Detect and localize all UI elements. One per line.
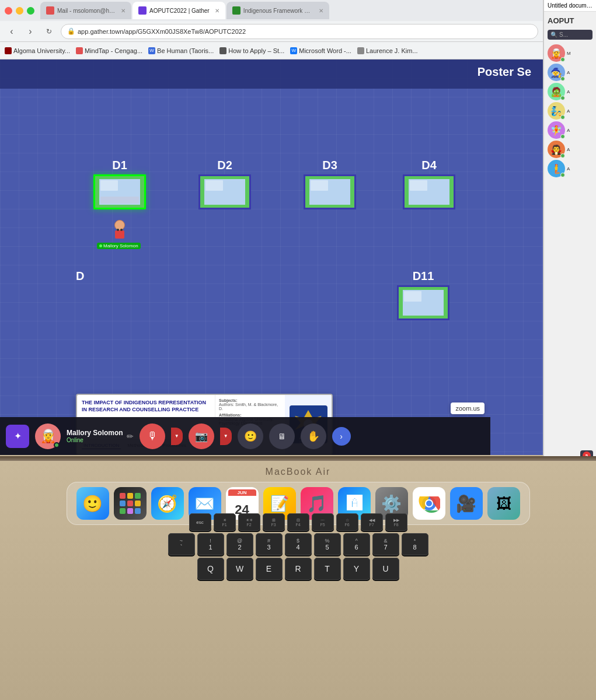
tab-gather[interactable]: AOPUTC2022 | Gather ✕ [133, 2, 225, 19]
key-f5[interactable]: ⋯ F5 [312, 513, 334, 531]
tab-mail-close[interactable]: ✕ [121, 8, 126, 14]
mic-button[interactable]: 🎙 [140, 424, 165, 449]
bookmark-laurence[interactable]: Laurence J. Kim... [357, 47, 418, 54]
mic-dropdown[interactable]: ▼ [171, 428, 183, 445]
key-f1[interactable]: ☀ F1 [214, 513, 236, 531]
key-f8[interactable]: ▶▶ F8 [385, 513, 407, 531]
browser-main: Poster Se D1 Mallory Solom [0, 60, 543, 455]
untitled-doc-tab[interactable]: Untitled document [544, 0, 596, 12]
key-8[interactable]: * 8 [402, 533, 428, 555]
key-r[interactable]: R [285, 558, 312, 580]
address-field[interactable]: 🔒 app.gather.town/app/G5GXXm00JS8XeTw8/A… [61, 24, 538, 39]
key-f6[interactable]: ☆ F6 [336, 513, 358, 531]
booth-d4-label: D4 [421, 159, 437, 172]
hand-button[interactable]: ✋ [301, 424, 326, 449]
tab-gather-close[interactable]: ✕ [215, 8, 219, 14]
online-indicator [560, 173, 565, 177]
booth-d3-label: D3 [322, 159, 337, 172]
bookmark-mindtap[interactable]: MindTap - Cengag... [76, 47, 142, 54]
participant-item[interactable]: 🧜 A [548, 160, 592, 177]
booth-d4-screen [403, 174, 455, 209]
participant-item[interactable]: 🧞 A [548, 102, 592, 120]
key-1[interactable]: ! 1 [197, 533, 224, 555]
booth-d2[interactable]: D2 [198, 159, 251, 209]
key-w[interactable]: W [226, 558, 253, 580]
poster-authors: Subjects: Authors: Smith, M. & Blackmore… [219, 398, 281, 411]
back-button[interactable]: ‹ [5, 24, 19, 38]
key-y[interactable]: Y [343, 558, 370, 580]
bookmark-algoma[interactable]: Algoma University... [5, 47, 70, 54]
emoji-button[interactable]: 🙂 [238, 424, 263, 449]
key-t[interactable]: T [314, 558, 341, 580]
tab-bar: Mail - msolomon@hollandt ✕ AOPUTC2022 | … [0, 0, 543, 21]
key-f7[interactable]: ◀◀ F7 [361, 513, 383, 531]
key-f4[interactable]: ⊟ F4 [287, 513, 309, 531]
key-5[interactable]: % 5 [314, 533, 341, 555]
booth-d2-screen [198, 174, 251, 209]
hand-icon: ✋ [307, 430, 320, 443]
key-3[interactable]: # 3 [256, 533, 283, 555]
participant-list: 🧝 M 🧙 A 🧟 A [548, 44, 592, 177]
booth-d11[interactable]: D11 [397, 270, 449, 320]
key-tilde[interactable]: ~ ` [168, 533, 195, 555]
booth-d1[interactable]: D1 Mallory Solomon [93, 159, 146, 239]
address-text: app.gather.town/app/G5GXXm00JS8XeTw8/AOP… [78, 28, 246, 35]
forward-button[interactable]: › [23, 24, 37, 38]
close-button[interactable] [5, 7, 12, 15]
participant-item[interactable]: 🧝 M [548, 44, 592, 62]
tab-mail[interactable]: Mail - msolomon@hollandt ✕ [40, 2, 131, 19]
tab-gather-label: AOPUTC2022 | Gather [149, 8, 210, 14]
participant-item[interactable]: 🧙 A [548, 64, 592, 81]
booth-d2-screen-inner [204, 179, 245, 205]
key-q[interactable]: Q [197, 558, 224, 580]
edit-profile-button[interactable]: ✏ [127, 432, 134, 441]
bookmark-howtoapply[interactable]: How to Apply – St... [219, 47, 284, 54]
address-bar-row: ‹ › ↻ 🔒 app.gather.town/app/G5GXXm00JS8X… [0, 21, 543, 42]
booth-d4-screen-inner [409, 179, 449, 205]
avatar-bubble: 🧞 [548, 102, 565, 120]
key-u[interactable]: U [372, 558, 399, 580]
user-avatar-button[interactable]: 🧝 [35, 424, 61, 449]
screen-share-button[interactable]: 🖥 [269, 424, 295, 449]
avatar-bubble: 🧜 [548, 160, 565, 177]
minimize-button[interactable] [16, 7, 23, 15]
qwerty-key-row: Q W E R T Y U [6, 558, 590, 580]
camera-button[interactable]: 📷 [189, 424, 214, 449]
gather-logo-button[interactable]: ✦ [6, 425, 29, 448]
key-f2[interactable]: ☀☀ F2 [238, 513, 260, 531]
key-esc[interactable]: esc [189, 513, 211, 531]
participant-item[interactable]: 🧟 A [548, 83, 592, 100]
bookmark-howtoapply-label: How to Apply – St... [228, 47, 284, 54]
bezel-bottom-edge [0, 456, 596, 461]
key-4[interactable]: $ 4 [285, 533, 312, 555]
bookmark-behuman[interactable]: W Be Human (Taoris... [148, 47, 214, 54]
booth-d4[interactable]: D4 [403, 159, 455, 209]
key-6[interactable]: ^ 6 [343, 533, 370, 555]
maximize-button[interactable] [27, 7, 34, 15]
camera-dropdown[interactable]: ▼ [220, 428, 232, 445]
character-name: Mallory Solomon [103, 243, 138, 249]
key-e[interactable]: E [256, 558, 283, 580]
chevron-icon: › [340, 432, 343, 441]
bookmark-word[interactable]: W Microsoft Word -... [290, 47, 351, 54]
participant-item[interactable]: 🧚 A [548, 121, 592, 139]
key-f3[interactable]: ⊞ F3 [263, 513, 285, 531]
online-indicator [560, 76, 565, 81]
gather-game-area[interactable]: Poster Se D1 Mallory Solom [0, 60, 543, 455]
tab-indigenous-label: Indigenous Framework BC| [243, 8, 313, 14]
screen-content: Mail - msolomon@hollandt ✕ AOPUTC2022 | … [0, 0, 543, 455]
booth-d3[interactable]: D3 [304, 159, 356, 209]
char-head [114, 220, 125, 230]
laptop-shell: Untitled document AOPUT 🔍 S... 🧝 M 🧙 [0, 0, 596, 700]
tab-indigenous-close[interactable]: ✕ [319, 8, 323, 14]
key-7[interactable]: & 7 [372, 533, 399, 555]
expand-button[interactable]: › [332, 427, 351, 446]
reload-button[interactable]: ↻ [42, 24, 56, 38]
zoom-tooltip: zoom.us [451, 402, 485, 414]
tab-indigenous[interactable]: Indigenous Framework BC| ✕ [226, 2, 329, 19]
booth-d1-label: D1 [112, 159, 127, 172]
key-2[interactable]: @ 2 [226, 533, 253, 555]
booth-d-partial[interactable]: D [76, 270, 84, 285]
mail-tab-icon [46, 6, 54, 15]
participant-item[interactable]: 🧛 A [548, 141, 592, 158]
